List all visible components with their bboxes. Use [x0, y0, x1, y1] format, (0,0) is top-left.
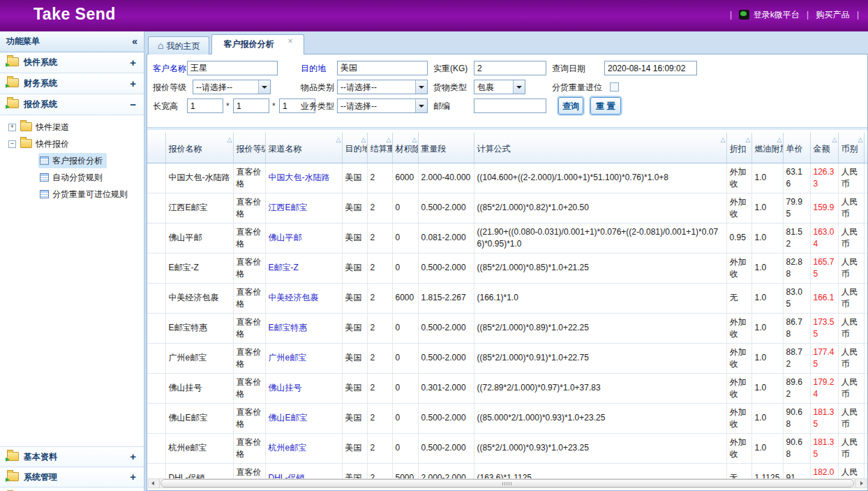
- sort-icon: △: [387, 137, 391, 143]
- sidebar-item-quote-system[interactable]: 报价系统−: [0, 94, 144, 115]
- reset-button[interactable]: 重 置: [590, 97, 621, 115]
- search-button[interactable]: 查询: [558, 97, 583, 115]
- weight-carry-checkbox[interactable]: [610, 82, 619, 91]
- column-header-volume-divisor[interactable]: 材积除△: [392, 133, 418, 163]
- sidebar-item-basic-data[interactable]: 基本资料+: [0, 446, 144, 467]
- column-header-discount[interactable]: 折扣△: [726, 133, 751, 163]
- tree-item-body[interactable]: 分货重量可进位规则: [38, 186, 132, 202]
- expand-toggle-icon[interactable]: +: [130, 52, 136, 73]
- sidebar-item-finance-system[interactable]: 财务系统+: [0, 73, 144, 94]
- tab-customer-quote-analysis[interactable]: 客户报价分析×: [211, 34, 304, 54]
- cell-currency: 人民币: [838, 163, 864, 193]
- sidebar-item-system-management[interactable]: 系统管理+: [0, 467, 144, 487]
- column-header-unit-price[interactable]: 单价: [783, 133, 810, 163]
- sidebar-menu-bottom: 基本资料+系统管理++: [0, 446, 144, 491]
- column-header-currency[interactable]: 币别△: [838, 133, 864, 163]
- chevron-down-icon[interactable]: [513, 80, 525, 94]
- login-link[interactable]: 登录k微平台: [754, 10, 800, 20]
- sidebar-item-express-system[interactable]: 快件系统+: [0, 52, 144, 73]
- quote-level-select[interactable]: --请选择--: [193, 80, 271, 94]
- cell-channel-name[interactable]: 江西E邮宝: [265, 193, 342, 223]
- column-header-destination[interactable]: 目的地△: [342, 133, 367, 163]
- collapse-icon[interactable]: «: [132, 31, 137, 52]
- tab-my-home[interactable]: ⌂我的主页: [148, 36, 209, 54]
- sort-icon: △: [227, 137, 232, 143]
- scroll-right-arrow-icon[interactable]: [855, 479, 866, 488]
- width-input[interactable]: [233, 98, 269, 113]
- tab-label: 客户报价分析: [223, 39, 274, 49]
- divider: [147, 127, 867, 130]
- buy-products-link[interactable]: 购买产品: [816, 10, 850, 20]
- chevron-down-icon[interactable]: [258, 80, 270, 94]
- cell-channel-name[interactable]: 中美经济包裹: [265, 283, 342, 313]
- column-header-amount[interactable]: 金额△: [810, 133, 838, 163]
- tree-item-customer-quote-analysis[interactable]: 客户报价分析: [0, 152, 144, 169]
- tree-item-body[interactable]: 快件报价: [19, 136, 73, 152]
- cell-channel-name[interactable]: 佛山平邮: [265, 223, 342, 253]
- cell-unit-price: 90.68: [783, 403, 810, 433]
- cell-channel-name[interactable]: 中国大包-水陆路: [265, 163, 342, 193]
- cell-channel-name[interactable]: E邮宝特惠: [265, 313, 342, 343]
- cell-channel-name[interactable]: DHL-促销: [265, 463, 342, 478]
- column-header-channel-name[interactable]: 渠道名称△: [265, 133, 342, 163]
- column-header-clipped-column[interactable]: [864, 133, 867, 163]
- cell-currency: 人民币: [838, 433, 864, 463]
- cell-channel-name[interactable]: E邮宝-Z: [265, 253, 342, 283]
- sidebar-item-clipped-menu[interactable]: +: [0, 487, 144, 491]
- cell-channel-name[interactable]: 佛山E邮宝: [265, 403, 342, 433]
- expand-toggle-icon[interactable]: +: [130, 488, 136, 491]
- column-header-fuel-surcharge[interactable]: 燃油附加△: [751, 133, 783, 163]
- cell-channel-name[interactable]: 杭州e邮宝: [265, 433, 342, 463]
- cell-currency: 人民币: [838, 373, 864, 403]
- actual-weight-input[interactable]: [474, 61, 546, 75]
- cell-fuel-surcharge: 1.0: [751, 253, 783, 283]
- customer-name-input[interactable]: [187, 61, 278, 75]
- cell-volume-divisor: 0: [392, 223, 418, 253]
- horizontal-scrollbar[interactable]: [148, 478, 867, 488]
- column-header-formula[interactable]: 计算公式△: [474, 133, 726, 163]
- cell-quote-level: 直客价格: [233, 193, 265, 223]
- cell-settle-weight: 2: [367, 223, 392, 253]
- expand-toggle-icon[interactable]: +: [130, 467, 136, 487]
- cell-clipped-column: [864, 313, 867, 343]
- folder-arrow-icon: [7, 99, 19, 108]
- close-icon[interactable]: ×: [287, 36, 292, 46]
- cell-unit-price: 81.52: [783, 223, 810, 253]
- business-type-select[interactable]: --请选择--: [337, 98, 428, 113]
- column-header-row-select[interactable]: [147, 133, 165, 163]
- expand-toggle-icon[interactable]: +: [130, 447, 136, 467]
- cell-channel-name[interactable]: 广州e邮宝: [265, 343, 342, 373]
- tree-item-express-quote[interactable]: −快件报价: [0, 135, 144, 152]
- tree-expander-icon[interactable]: −: [8, 140, 16, 148]
- tree-item-body[interactable]: 客户报价分析: [38, 153, 107, 168]
- scroll-left-arrow-icon[interactable]: [149, 479, 160, 488]
- expand-toggle-icon[interactable]: −: [130, 94, 136, 115]
- column-header-weight-range[interactable]: 重量段: [418, 133, 474, 163]
- item-category-select[interactable]: --请选择--: [337, 80, 428, 94]
- column-header-settle-weight[interactable]: 结算重量△: [367, 133, 392, 163]
- column-header-quote-level[interactable]: 报价等级: [233, 133, 265, 163]
- cell-row-select: [147, 343, 165, 373]
- cell-quote-name: E邮宝特惠: [165, 313, 233, 343]
- query-date-input[interactable]: [604, 61, 697, 75]
- tree-item-express-channel[interactable]: +快件渠道: [0, 119, 144, 135]
- cargo-type-select[interactable]: 包裹: [474, 80, 525, 94]
- tree-item-body[interactable]: 快件渠道: [19, 119, 73, 135]
- chevron-down-icon[interactable]: [415, 80, 427, 94]
- tree-item-body[interactable]: 自动分货规则: [38, 170, 107, 185]
- separator: |: [857, 10, 859, 20]
- expand-toggle-icon[interactable]: +: [130, 73, 136, 94]
- cell-clipped-column: [864, 403, 867, 433]
- cell-channel-name[interactable]: 佛山挂号: [265, 373, 342, 403]
- cell-volume-divisor: 0: [392, 343, 418, 373]
- tree-item-auto-allocation-rule[interactable]: 自动分货规则: [0, 169, 144, 186]
- zip-input[interactable]: [474, 98, 546, 113]
- length-input[interactable]: [187, 98, 223, 113]
- destination-input[interactable]: [337, 61, 428, 75]
- chevron-down-icon[interactable]: [415, 99, 427, 112]
- tree-expander-icon[interactable]: +: [8, 124, 16, 131]
- column-header-quote-name[interactable]: 报价名称△: [165, 133, 233, 163]
- tree-item-allocation-weight-carry-rule[interactable]: 分货重量可进位规则: [0, 186, 144, 203]
- scrollbar-thumb[interactable]: [160, 479, 854, 488]
- cell-unit-price: 79.95: [783, 193, 810, 223]
